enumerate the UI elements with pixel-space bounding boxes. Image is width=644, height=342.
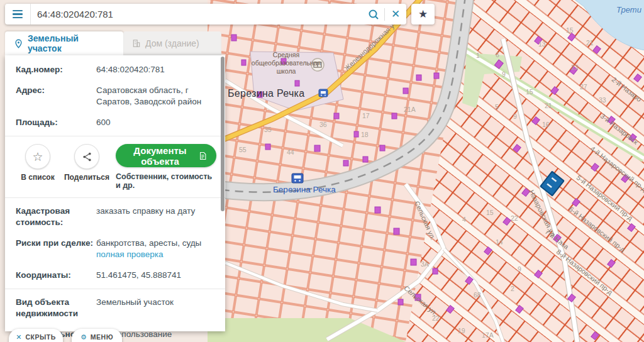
divider: [5, 197, 225, 198]
share-label: Поделиться: [64, 173, 109, 182]
search-bar: ✕: [5, 4, 406, 25]
close-icon: ✕: [16, 334, 21, 341]
row-area: Площадь: 600: [5, 117, 225, 128]
row-deal-risks: Риски при сделке: банкротства, аресты, с…: [5, 238, 225, 260]
close-icon[interactable]: ✕: [385, 4, 406, 25]
divider: [5, 136, 225, 136]
add-to-list-button[interactable]: ☆: [25, 144, 50, 169]
transit-stop-icon: [319, 89, 328, 97]
school-icon: [311, 58, 324, 71]
panel-body: Кад.номер: 64:48:020420:781 Адрес: Сарат…: [5, 55, 225, 331]
panel-tabs: Земельный участок Дом (здание): [5, 31, 225, 55]
star-outline-icon: ☆: [32, 150, 43, 164]
search-input[interactable]: [31, 9, 363, 19]
building-icon: [132, 39, 141, 48]
row-object-type: Вид объекта недвижимости Земельный участ…: [5, 297, 225, 319]
tab-land-label: Земельный участок: [28, 33, 114, 53]
documents-subtitle: Собственник, стоимость и др.: [116, 172, 216, 190]
row-coordinates: Координаты: 51.461475, 45.888741: [5, 270, 225, 281]
station-icon: [292, 174, 303, 183]
row-cadastral-cost: Кадастровая стоимость: заказать справку …: [5, 206, 225, 228]
order-certificate-link[interactable]: заказать справку на дату: [96, 206, 216, 228]
actions-row: ☆ В список Поделиться Документы объе: [5, 144, 225, 190]
tab-land-parcel[interactable]: Земельный участок: [5, 31, 123, 55]
star-icon: ★: [418, 8, 428, 21]
favorites-button[interactable]: ★: [411, 4, 435, 25]
panel-scrollbar[interactable]: [221, 57, 225, 211]
full-check-link[interactable]: полная проверка: [96, 250, 164, 259]
add-to-list-label: В список: [21, 173, 54, 182]
object-documents-button[interactable]: Документы объекта: [116, 144, 216, 167]
menu-button[interactable]: ⚙ МЕНЮ: [72, 329, 122, 342]
tab-house-building[interactable]: Дом (здание): [123, 31, 221, 55]
location-pin-icon: [14, 39, 23, 48]
hide-panel-button[interactable]: ✕ СКРЫТЬ: [9, 329, 63, 342]
share-button[interactable]: [74, 144, 99, 169]
object-info-panel: Земельный участок Дом (здание) Кад.номер…: [5, 31, 225, 331]
share-icon: [82, 152, 92, 162]
gear-icon: ⚙: [80, 334, 87, 341]
search-icon[interactable]: [363, 4, 384, 25]
tab-house-label: Дом (здание): [145, 38, 199, 48]
cadastral-number-link[interactable]: 64:48:020420:781: [96, 64, 216, 75]
divider: [5, 289, 225, 289]
menu-icon[interactable]: [5, 4, 31, 25]
document-icon: [199, 151, 206, 161]
row-address: Адрес: Саратовская область, г Саратов, З…: [5, 85, 225, 108]
row-cadastral-number: Кад.номер: 64:48:020420:781: [5, 64, 225, 75]
